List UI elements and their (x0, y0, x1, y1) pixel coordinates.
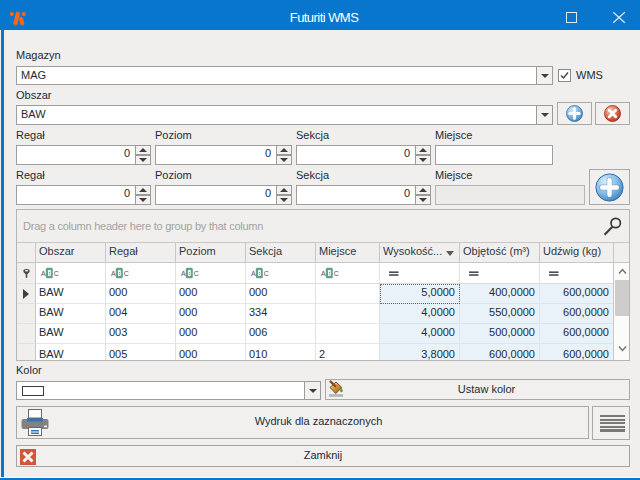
svg-text:A: A (41, 270, 46, 277)
svg-text:C: C (194, 270, 199, 277)
svg-text:C: C (334, 270, 339, 277)
svg-text:C: C (124, 270, 129, 277)
svg-text:C: C (264, 270, 269, 277)
svg-text:C: C (54, 270, 59, 277)
svg-text:A: A (251, 270, 256, 277)
svg-text:A: A (181, 270, 186, 277)
svg-text:A: A (321, 270, 326, 277)
svg-text:A: A (111, 270, 116, 277)
